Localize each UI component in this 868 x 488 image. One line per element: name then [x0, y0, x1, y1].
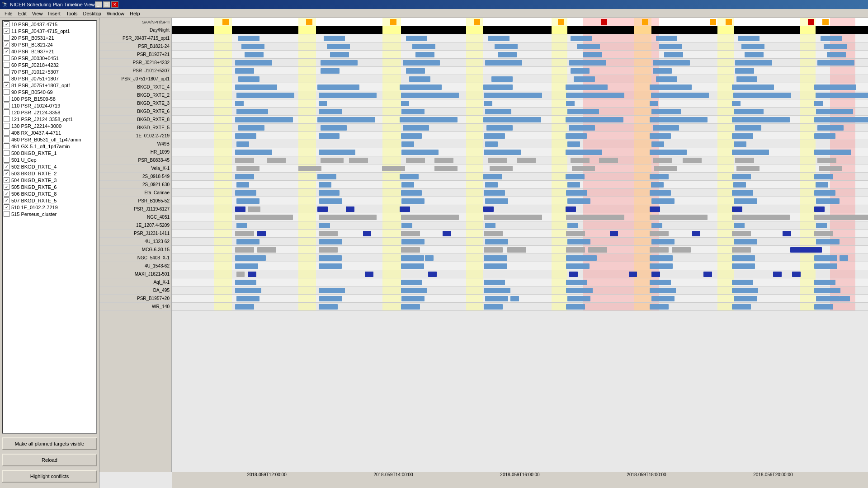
target-item[interactable]: 11 PSR_J0437-4715_opt1 [3, 28, 96, 34]
menu-tools[interactable]: Tools [63, 10, 80, 17]
target-item[interactable]: 503 BKGD_RXTE_2 [3, 170, 96, 177]
target-checkbox[interactable] [4, 191, 9, 197]
target-item[interactable]: 501 U_Cep [3, 156, 96, 163]
saa-highlight [382, 42, 401, 50]
target-label: 10 PSR_J0437-4715 [11, 22, 57, 27]
saa-highlight [717, 124, 734, 131]
target-checkbox[interactable] [4, 109, 9, 115]
target-checkbox[interactable] [4, 143, 9, 149]
target-checkbox[interactable] [4, 82, 9, 88]
target-checkbox[interactable] [4, 164, 9, 169]
target-checkbox[interactable] [4, 150, 9, 156]
observation-block [659, 44, 682, 49]
saa-highlight [214, 67, 232, 75]
target-checkbox[interactable] [4, 35, 9, 41]
target-item[interactable]: 100 PSR_B1509-58 [3, 95, 96, 102]
saa-highlight [634, 181, 651, 188]
target-checkbox[interactable] [4, 55, 9, 61]
target-checkbox[interactable] [4, 204, 9, 210]
menu-edit[interactable]: Edit [15, 10, 29, 17]
target-item[interactable]: 30 PSR_B1821-24 [3, 41, 96, 48]
target-checkbox[interactable] [4, 123, 9, 129]
target-checkbox[interactable] [4, 89, 9, 95]
menu-file[interactable]: File [2, 10, 15, 17]
target-item[interactable]: 460 PSR_B0531_off_1p47amin [3, 136, 96, 143]
observation-block [483, 174, 502, 179]
target-checkbox[interactable] [4, 75, 9, 81]
saa-highlight [214, 116, 232, 123]
saa-highlight [298, 83, 316, 91]
target-item[interactable]: 80 PSR_J0751+1807 [3, 75, 96, 82]
target-checkbox[interactable] [4, 62, 9, 68]
saa-highlight [466, 75, 483, 83]
target-item[interactable]: 70 PSR_J1012+5307 [3, 68, 96, 75]
target-item[interactable]: 121 PSR_J2124-3358_opt1 [3, 116, 96, 122]
menu-help[interactable]: Help [127, 10, 143, 17]
target-checkbox[interactable] [4, 170, 9, 176]
conflict-band [583, 221, 659, 229]
observation-block [734, 109, 763, 114]
reload-button[interactable]: Reload [2, 454, 97, 466]
target-checkbox[interactable] [4, 96, 9, 102]
target-item[interactable]: 81 PSR_J0751+1807_opt1 [3, 82, 96, 89]
minimize-button[interactable]: _ [95, 1, 102, 8]
make-visible-button[interactable]: Make all planned targets visible [2, 437, 97, 450]
target-checkbox[interactable] [4, 157, 9, 163]
observation-block [732, 304, 751, 310]
observation-block [238, 125, 264, 131]
observation-block [235, 117, 293, 122]
target-item[interactable]: 461 GX-5-1_off_1p47amin [3, 143, 96, 150]
target-checkbox[interactable] [4, 211, 9, 217]
highlight-conflicts-button[interactable]: Highlight conflicts [2, 470, 97, 483]
menu-insert[interactable]: Insert [45, 10, 63, 17]
target-item[interactable]: 120 PSR_J2124-3358 [3, 109, 96, 116]
target-checkbox[interactable] [4, 177, 9, 183]
target-item[interactable]: 507 BKGD_RXTE_5 [3, 197, 96, 204]
menu-window[interactable]: Window [104, 10, 127, 17]
menu-desktop[interactable]: Desktop [80, 10, 104, 17]
target-item[interactable]: 20 PSR_B0531+21 [3, 34, 96, 41]
target-item[interactable]: 505 BKGD_RXTE_6 [3, 183, 96, 190]
target-item[interactable]: 40 PSR_B1937+21 [3, 48, 96, 55]
target-checkbox[interactable] [4, 48, 9, 54]
observation-block [317, 84, 359, 90]
target-item[interactable]: 500 BKGD_RXTE_1 [3, 150, 96, 156]
saa-highlight [214, 173, 232, 180]
maximize-button[interactable]: □ [103, 1, 110, 8]
target-item[interactable]: 408 RX_J0437.4-4711 [3, 129, 96, 136]
target-item[interactable]: 130 PSR_J2214+3000 [3, 122, 96, 129]
target-item[interactable]: 515 Perseus_cluster [3, 211, 96, 217]
timeline-row [172, 173, 868, 181]
target-checkbox[interactable] [4, 28, 9, 34]
timeline-row [172, 18, 868, 26]
target-item[interactable]: 10 PSR_J0437-4715 [3, 21, 96, 28]
target-item[interactable]: 504 BKGD_RXTE_3 [3, 177, 96, 183]
target-checkbox[interactable] [4, 184, 9, 190]
saa-highlight [634, 42, 651, 50]
conflict-band [583, 189, 659, 197]
observation-block [583, 52, 602, 57]
target-checkbox[interactable] [4, 116, 9, 122]
observation-block [406, 36, 427, 41]
target-checkbox[interactable] [4, 103, 9, 108]
target-list[interactable]: 10 PSR_J0437-471511 PSR_J0437-4715_opt12… [2, 20, 97, 434]
target-item[interactable]: 502 BKGD_RXTE_4 [3, 163, 96, 170]
close-button[interactable]: ✕ [111, 1, 118, 8]
conflict-band [830, 205, 855, 213]
target-checkbox[interactable] [4, 130, 9, 136]
target-checkbox[interactable] [4, 21, 9, 27]
target-item[interactable]: 506 BKGD_RXTE_8 [3, 190, 96, 197]
target-item[interactable]: 510 1E_0102.2-7219 [3, 204, 96, 211]
observation-block [651, 223, 662, 228]
observation-block [735, 158, 754, 163]
target-checkbox[interactable] [4, 42, 9, 47]
target-checkbox[interactable] [4, 197, 9, 203]
target-item[interactable]: 90 PSR_B0540-69 [3, 89, 96, 95]
target-item[interactable]: 60 PSR_J0218+4232 [3, 61, 96, 68]
scrollbar-area[interactable] [172, 481, 868, 488]
target-checkbox[interactable] [4, 69, 9, 75]
target-item[interactable]: 110 PSR_J1024-0719 [3, 102, 96, 109]
menu-view[interactable]: View [29, 10, 46, 17]
target-item[interactable]: 50 PSR_J0030+0451 [3, 55, 96, 61]
target-checkbox[interactable] [4, 136, 9, 142]
